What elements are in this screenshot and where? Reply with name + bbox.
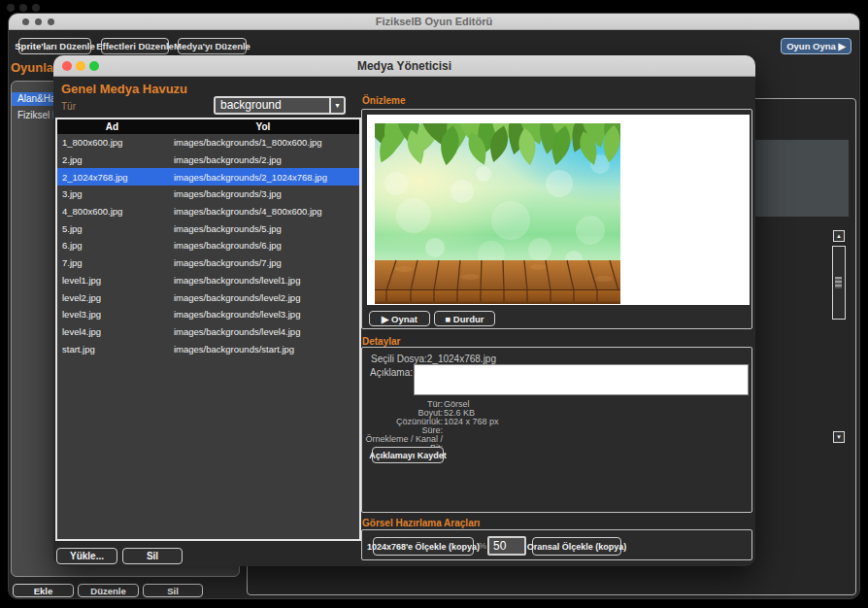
table-row[interactable]: 4_800x600.jpgimages/backgrounds/4_800x60… xyxy=(57,203,359,220)
info-value xyxy=(443,426,444,435)
edit-sprites-button[interactable]: Sprite'ları Düzenle xyxy=(18,38,91,54)
dialog-title: Medya Yöneticisi xyxy=(53,59,755,73)
media-path-cell: images/backgrounds/level3.jpg xyxy=(167,309,359,320)
column-header-path: Yol xyxy=(167,119,359,134)
ghost-traffic-light-icon xyxy=(32,4,40,12)
chevron-down-icon: ▼ xyxy=(329,98,344,113)
media-path-cell: images/backgrounds/4_800x600.jpg xyxy=(167,206,359,217)
percent-label: % xyxy=(479,541,486,551)
media-name-cell: 6.jpg xyxy=(57,240,167,251)
scale-to-1024-button[interactable]: 1024x768'e Ölçekle (kopya) xyxy=(373,537,474,556)
main-window-titlebar[interactable]: FizikselB Oyun Editörü xyxy=(9,14,859,30)
scroll-down-icon[interactable]: ▼ xyxy=(833,431,845,443)
media-name-cell: 5.jpg xyxy=(57,223,167,234)
table-row[interactable]: 1_800x600.jpgimages/backgrounds/1_800x60… xyxy=(57,134,359,152)
media-path-cell: images/backgrounds/7.jpg xyxy=(167,257,359,268)
delete-game-button[interactable]: Sil xyxy=(143,584,203,597)
media-info-block: Tür:GörselBoyut:52.6 KBÇözünürlük:1024 x… xyxy=(362,400,753,453)
description-label: Açıklama: xyxy=(362,367,413,378)
preview-heading: Önizleme xyxy=(362,95,405,106)
media-type-dropdown[interactable]: background ▼ xyxy=(214,96,346,115)
media-name-cell: 2_1024x768.jpg xyxy=(57,172,167,183)
upload-button[interactable]: Yükle... xyxy=(56,548,117,564)
type-label: Tür xyxy=(61,101,76,112)
add-game-button[interactable]: Ekle xyxy=(13,584,74,597)
media-type-value: background xyxy=(216,98,329,113)
media-path-cell: images/backgrounds/2.jpg xyxy=(167,154,359,165)
table-row[interactable]: start.jpgimages/backgrounds/start.jpg xyxy=(57,340,359,357)
media-path-cell: images/backgrounds/5.jpg xyxy=(167,223,359,234)
media-path-cell: images/backgrounds/level2.jpg xyxy=(167,292,359,303)
selected-file-label: Seçili Dosya: xyxy=(371,354,427,364)
play-game-button[interactable]: Oyun Oyna ▶ xyxy=(781,38,851,54)
media-path-cell: images/backgrounds/3.jpg xyxy=(167,188,359,199)
table-row[interactable]: 3.jpgimages/backgrounds/3.jpg xyxy=(57,186,359,203)
slider-track[interactable] xyxy=(832,246,846,320)
selected-file-line: Seçili Dosya:2_1024x768.jpg xyxy=(371,354,496,364)
media-name-cell: 3.jpg xyxy=(57,188,167,199)
details-panel: Seçili Dosya:2_1024x768.jpg Açıklama: Tü… xyxy=(361,347,752,513)
ghost-traffic-light-icon xyxy=(7,4,15,12)
media-name-cell: 4_800x600.jpg xyxy=(57,206,167,217)
table-row[interactable]: 5.jpgimages/backgrounds/5.jpg xyxy=(57,220,359,237)
media-name-cell: start.jpg xyxy=(57,344,167,355)
play-media-button[interactable]: ▶ Oynat xyxy=(369,311,430,326)
table-row[interactable]: level1.jpgimages/backgrounds/level1.jpg xyxy=(57,272,359,289)
preview-canvas xyxy=(367,115,750,305)
media-name-cell: 1_800x600.jpg xyxy=(57,137,167,148)
stop-media-button[interactable]: ■ Durdur xyxy=(434,311,495,326)
media-name-cell: 2.jpg xyxy=(57,154,167,165)
media-manager-dialog: Medya Yöneticisi Genel Medya Havuzu Tür … xyxy=(53,55,755,566)
dialog-titlebar[interactable]: Medya Yöneticisi xyxy=(53,55,755,77)
table-row[interactable]: level3.jpgimages/backgrounds/level3.jpg xyxy=(57,306,359,323)
table-row[interactable]: 7.jpgimages/backgrounds/7.jpg xyxy=(57,254,359,272)
delete-media-button[interactable]: Sil xyxy=(122,548,183,564)
edit-media-button[interactable]: Medya'yı Düzenle xyxy=(178,38,247,54)
media-name-cell: 7.jpg xyxy=(57,257,167,268)
media-path-cell: images/backgrounds/1_800x600.jpg xyxy=(167,137,359,148)
games-heading: Oyunlar xyxy=(11,60,58,75)
media-path-cell: images/backgrounds/start.jpg xyxy=(167,344,359,355)
proportional-scale-button[interactable]: Oransal Ölçekle (kopya) xyxy=(532,537,621,556)
ghost-traffic-light-icon xyxy=(19,4,27,12)
scroll-up-icon[interactable]: ▲ xyxy=(833,230,845,242)
info-value: 1024 x 768 px xyxy=(443,418,499,426)
description-textarea[interactable] xyxy=(414,364,749,395)
preview-image xyxy=(375,123,620,304)
media-path-cell: images/backgrounds/2_1024x768.jpg xyxy=(167,172,359,183)
selected-file-value: 2_1024x768.jpg xyxy=(427,354,496,364)
details-heading: Detaylar xyxy=(362,336,400,347)
tools-heading: Görsel Hazırlama Araçları xyxy=(362,518,480,528)
media-path-cell: images/backgrounds/6.jpg xyxy=(167,240,359,251)
slider-thumb[interactable] xyxy=(835,277,842,288)
save-description-button[interactable]: Açıklamayı Kaydet xyxy=(372,447,444,463)
info-row: Çözünürlük:1024 x 768 px xyxy=(362,418,753,426)
desktop: FizikselB Oyun Editörü Sprite'ları Düzen… xyxy=(0,0,868,608)
media-name-cell: level3.jpg xyxy=(57,309,167,320)
table-row[interactable]: 2.jpgimages/backgrounds/2.jpg xyxy=(57,152,359,169)
media-name-cell: level4.jpg xyxy=(57,326,167,337)
tools-panel: 1024x768'e Ölçekle (kopya) % Oransal Ölç… xyxy=(361,529,752,560)
table-row[interactable]: 2_1024x768.jpgimages/backgrounds/2_1024x… xyxy=(57,168,359,186)
edit-effects-button[interactable]: Effectleri Düzenle xyxy=(101,38,169,54)
media-path-cell: images/backgrounds/level4.jpg xyxy=(167,326,359,337)
media-name-cell: level2.jpg xyxy=(57,292,167,303)
table-row[interactable]: level2.jpgimages/backgrounds/level2.jpg xyxy=(57,288,359,306)
table-row[interactable]: 6.jpgimages/backgrounds/6.jpg xyxy=(57,237,359,254)
percent-input[interactable] xyxy=(487,536,526,556)
media-name-cell: level1.jpg xyxy=(57,275,167,286)
table-row[interactable]: level4.jpgimages/backgrounds/level4.jpg xyxy=(57,323,359,341)
column-header-name: Ad xyxy=(57,119,167,134)
media-table: Ad Yol 1_800x600.jpgimages/backgrounds/1… xyxy=(55,118,361,541)
edit-game-button[interactable]: Düzenle xyxy=(78,584,139,597)
media-path-cell: images/backgrounds/level1.jpg xyxy=(167,275,359,286)
preview-panel: ▶ Oynat ■ Durdur xyxy=(361,109,752,329)
main-window-title: FizikselB Oyun Editörü xyxy=(9,16,859,27)
media-table-header: Ad Yol xyxy=(57,119,359,134)
media-pool-heading: Genel Medya Havuzu xyxy=(61,82,187,96)
